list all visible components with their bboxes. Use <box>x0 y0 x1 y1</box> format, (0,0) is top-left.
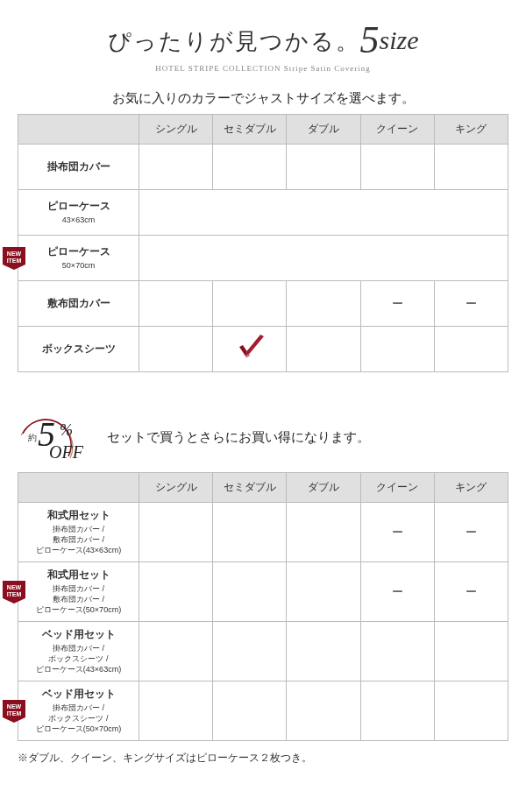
cell <box>287 622 360 681</box>
corner-cell <box>18 473 139 503</box>
cell <box>287 503 360 562</box>
cell: ー <box>434 281 508 327</box>
col-header: クイーン <box>360 473 434 503</box>
set-table: シングル セミダブル ダブル クイーン キング 和式用セット掛布団カバー /敷布… <box>18 472 508 741</box>
col-header: セミダブル <box>213 115 287 145</box>
svg-text:NEW: NEW <box>7 251 22 257</box>
row-name: 和式用セット <box>47 568 110 581</box>
cell <box>213 622 287 681</box>
col-header: キング <box>434 473 508 503</box>
row-name: ピローケース <box>47 245 110 258</box>
row-name: ボックスシーツ <box>42 342 116 355</box>
size-table: シングル セミダブル ダブル クイーン キング 掛布団カバーピローケース43×6… <box>18 114 508 372</box>
table-header-row: シングル セミダブル ダブル クイーン キング <box>18 473 508 503</box>
cell <box>360 622 434 681</box>
table-row: ピローケース43×63cm <box>18 190 508 236</box>
cell <box>139 503 213 562</box>
cell: ー <box>360 503 434 562</box>
cell <box>287 562 360 622</box>
svg-text:約: 約 <box>28 433 37 442</box>
off-circle-badge: 約 5 % OFF <box>18 407 96 467</box>
offer-row: 約 5 % OFF セットで買うとさらにお買い得になります。 <box>0 407 526 467</box>
svg-text:ITEM: ITEM <box>7 258 22 264</box>
svg-marker-4 <box>245 335 264 357</box>
check-icon <box>232 335 267 361</box>
cell <box>360 681 434 741</box>
row-sub: 43×63cm <box>20 215 137 225</box>
row-sub: 50×70cm <box>20 260 137 271</box>
cell <box>139 327 213 372</box>
header: ぴったりが見つかる。5size HOTEL STRIPE COLLECTION … <box>0 18 526 73</box>
page-title: ぴったりが見つかる。5size <box>0 18 526 62</box>
row-sub: 掛布団カバー /ボックスシーツ /ピローケース(50×70cm) <box>20 703 137 734</box>
table-row: NEWITEMベッド用セット掛布団カバー /ボックスシーツ /ピローケース(50… <box>18 681 508 741</box>
row-sub: 掛布団カバー /敷布団カバー /ピローケース(50×70cm) <box>20 583 137 615</box>
cell: ー <box>434 503 508 562</box>
row-header: ボックスシーツ <box>18 327 139 372</box>
col-header: ダブル <box>287 115 360 145</box>
cell <box>287 281 360 327</box>
cell <box>360 145 434 190</box>
cell <box>287 681 360 741</box>
size-table-section: お気に入りのカラーでジャストサイズを選べます。 シングル セミダブル ダブル ク… <box>0 90 526 372</box>
row-header: NEWITEMピローケース50×70cm <box>18 236 139 281</box>
row-name: ベッド用セット <box>42 628 116 640</box>
cell <box>434 327 508 372</box>
cell <box>360 327 434 372</box>
row-header: NEWITEMベッド用セット掛布団カバー /ボックスシーツ /ピローケース(50… <box>18 681 139 741</box>
table1-caption: お気に入りのカラーでジャストサイズを選べます。 <box>18 90 508 107</box>
cell <box>287 145 360 190</box>
col-header: シングル <box>139 115 213 145</box>
row-name: 和式用セット <box>47 509 110 521</box>
offer-text: セットで買うとさらにお買い得になります。 <box>107 429 370 446</box>
cell: ー <box>434 562 508 622</box>
cell <box>139 681 213 741</box>
footnote: ※ダブル、クイーン、キングサイズはピローケース２枚つき。 <box>0 746 526 765</box>
cell <box>213 562 287 622</box>
col-header: ダブル <box>287 473 360 503</box>
cell <box>213 327 287 372</box>
cell <box>213 681 287 741</box>
cell <box>139 622 213 681</box>
cell <box>287 327 360 372</box>
row-header: 和式用セット掛布団カバー /敷布団カバー /ピローケース(43×63cm) <box>18 503 139 562</box>
cell <box>434 145 508 190</box>
title-number: 5 <box>360 18 380 61</box>
svg-text:NEW: NEW <box>7 703 22 710</box>
set-table-section: シングル セミダブル ダブル クイーン キング 和式用セット掛布団カバー /敷布… <box>0 472 526 741</box>
svg-text:ITEM: ITEM <box>7 591 22 597</box>
row-name: 掛布団カバー <box>47 160 110 173</box>
table-header-row: シングル セミダブル ダブル クイーン キング <box>18 115 508 145</box>
col-header: キング <box>434 115 508 145</box>
row-header: NEWITEM和式用セット掛布団カバー /敷布団カバー /ピローケース(50×7… <box>18 562 139 622</box>
table-row: ボックスシーツ <box>18 327 508 372</box>
col-header: シングル <box>139 473 213 503</box>
cell: ー <box>360 281 434 327</box>
table-row: 掛布団カバー <box>18 145 508 190</box>
cell <box>213 503 287 562</box>
subtitle: HOTEL STRIPE COLLECTION Stripe Satin Cov… <box>0 64 526 73</box>
row-header: 掛布団カバー <box>18 145 139 190</box>
cell <box>213 281 287 327</box>
table-row: 和式用セット掛布団カバー /敷布団カバー /ピローケース(43×63cm)ーー <box>18 503 508 562</box>
new-item-badge: NEWITEM <box>3 581 25 604</box>
row-sub: 掛布団カバー /ボックスシーツ /ピローケース(43×63cm) <box>20 643 137 674</box>
row-header: ピローケース43×63cm <box>18 190 139 236</box>
corner-cell <box>18 115 139 145</box>
cell <box>139 281 213 327</box>
row-name: 敷布団カバー <box>47 297 110 309</box>
row-name: ピローケース <box>47 200 110 212</box>
row-header: ベッド用セット掛布団カバー /ボックスシーツ /ピローケース(43×63cm) <box>18 622 139 681</box>
merged-cell <box>139 236 508 281</box>
title-prefix: ぴったりが見つかる。 <box>108 29 360 54</box>
cell: ー <box>360 562 434 622</box>
cell <box>434 681 508 741</box>
new-item-badge: NEWITEM <box>3 247 25 270</box>
svg-text:OFF: OFF <box>49 442 84 462</box>
col-header: クイーン <box>360 115 434 145</box>
cell <box>139 145 213 190</box>
row-header: 敷布団カバー <box>18 281 139 327</box>
new-item-badge: NEWITEM <box>3 700 25 723</box>
table-row: ベッド用セット掛布団カバー /ボックスシーツ /ピローケース(43×63cm) <box>18 622 508 681</box>
cell <box>213 145 287 190</box>
